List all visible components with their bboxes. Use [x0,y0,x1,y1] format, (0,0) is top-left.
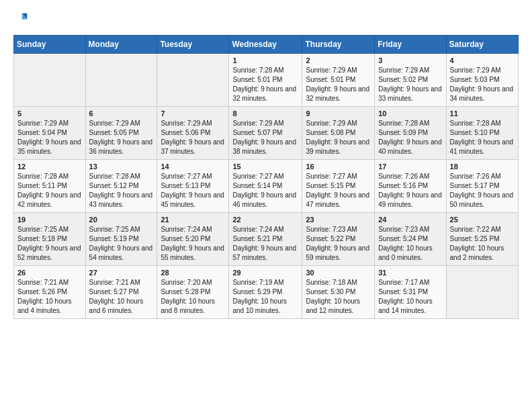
day-info: Sunrise: 7:29 AM Sunset: 5:05 PM Dayligh… [89,119,154,156]
calendar-cell: 31Sunrise: 7:17 AM Sunset: 5:31 PM Dayli… [375,266,446,319]
day-info: Sunrise: 7:28 AM Sunset: 5:10 PM Dayligh… [450,119,515,156]
day-number: 17 [378,163,442,171]
week-row-3: 12Sunrise: 7:28 AM Sunset: 5:11 PM Dayli… [14,160,519,213]
calendar-cell: 18Sunrise: 7:26 AM Sunset: 5:17 PM Dayli… [446,160,518,213]
calendar-cell [157,54,229,107]
calendar-cell: 25Sunrise: 7:22 AM Sunset: 5:25 PM Dayli… [446,213,518,266]
week-row-2: 5Sunrise: 7:29 AM Sunset: 5:04 PM Daylig… [14,107,519,160]
calendar-cell: 30Sunrise: 7:18 AM Sunset: 5:30 PM Dayli… [302,266,375,319]
day-info: Sunrise: 7:27 AM Sunset: 5:15 PM Dayligh… [306,172,371,210]
calendar-cell: 26Sunrise: 7:21 AM Sunset: 5:26 PM Dayli… [14,266,86,319]
calendar-cell: 14Sunrise: 7:27 AM Sunset: 5:13 PM Dayli… [157,160,229,213]
calendar-cell: 24Sunrise: 7:23 AM Sunset: 5:24 PM Dayli… [375,213,446,266]
header [13,11,519,28]
logo-icon [13,11,28,26]
week-row-1: 1Sunrise: 7:28 AM Sunset: 5:01 PM Daylig… [14,54,519,107]
header-day-monday: Monday [85,36,157,54]
calendar-cell: 1Sunrise: 7:28 AM Sunset: 5:01 PM Daylig… [229,54,302,107]
calendar-table: SundayMondayTuesdayWednesdayThursdayFrid… [13,35,519,319]
day-info: Sunrise: 7:21 AM Sunset: 5:26 PM Dayligh… [17,278,82,316]
day-number: 23 [306,216,371,224]
day-info: Sunrise: 7:25 AM Sunset: 5:19 PM Dayligh… [89,225,154,263]
day-number: 19 [17,216,82,224]
day-number: 9 [306,109,371,118]
calendar-cell: 23Sunrise: 7:23 AM Sunset: 5:22 PM Dayli… [302,213,375,266]
day-info: Sunrise: 7:29 AM Sunset: 5:02 PM Dayligh… [378,66,442,103]
day-number: 3 [378,56,442,64]
calendar-cell [14,54,86,107]
day-info: Sunrise: 7:29 AM Sunset: 5:03 PM Dayligh… [450,66,515,103]
day-number: 8 [232,109,298,118]
calendar-cell [446,266,518,319]
header-day-sunday: Sunday [14,36,86,54]
day-number: 2 [306,56,371,64]
header-day-wednesday: Wednesday [229,36,302,54]
day-number: 14 [161,163,225,171]
calendar-cell: 15Sunrise: 7:27 AM Sunset: 5:14 PM Dayli… [229,160,302,213]
day-info: Sunrise: 7:17 AM Sunset: 5:31 PM Dayligh… [378,278,442,316]
calendar-cell: 20Sunrise: 7:25 AM Sunset: 5:19 PM Dayli… [85,213,157,266]
day-number: 26 [17,269,82,277]
day-number: 29 [232,269,298,277]
day-number: 12 [17,163,82,171]
day-info: Sunrise: 7:24 AM Sunset: 5:21 PM Dayligh… [232,225,298,263]
day-number: 20 [89,216,154,224]
day-info: Sunrise: 7:28 AM Sunset: 5:01 PM Dayligh… [232,66,298,103]
day-info: Sunrise: 7:24 AM Sunset: 5:20 PM Dayligh… [161,225,225,263]
day-info: Sunrise: 7:20 AM Sunset: 5:28 PM Dayligh… [161,278,225,316]
calendar-cell: 4Sunrise: 7:29 AM Sunset: 5:03 PM Daylig… [446,54,518,107]
calendar-cell: 13Sunrise: 7:28 AM Sunset: 5:12 PM Dayli… [85,160,157,213]
calendar-body: 1Sunrise: 7:28 AM Sunset: 5:01 PM Daylig… [14,54,519,319]
day-number: 31 [378,269,442,277]
day-info: Sunrise: 7:21 AM Sunset: 5:27 PM Dayligh… [89,278,154,316]
day-number: 18 [450,163,515,171]
header-day-tuesday: Tuesday [157,36,229,54]
day-info: Sunrise: 7:29 AM Sunset: 5:04 PM Dayligh… [17,119,82,156]
day-info: Sunrise: 7:29 AM Sunset: 5:06 PM Dayligh… [161,119,225,156]
day-info: Sunrise: 7:28 AM Sunset: 5:11 PM Dayligh… [17,172,82,210]
calendar-cell: 12Sunrise: 7:28 AM Sunset: 5:11 PM Dayli… [14,160,86,213]
calendar-cell: 22Sunrise: 7:24 AM Sunset: 5:21 PM Dayli… [229,213,302,266]
header-day-friday: Friday [375,36,446,54]
day-number: 28 [161,269,225,277]
day-number: 6 [89,109,154,118]
day-info: Sunrise: 7:18 AM Sunset: 5:30 PM Dayligh… [306,278,371,316]
day-info: Sunrise: 7:29 AM Sunset: 5:08 PM Dayligh… [306,119,371,156]
day-info: Sunrise: 7:28 AM Sunset: 5:12 PM Dayligh… [89,172,154,210]
day-number: 30 [306,269,371,277]
day-number: 15 [232,163,298,171]
day-number: 5 [17,109,82,118]
header-row: SundayMondayTuesdayWednesdayThursdayFrid… [14,36,519,54]
day-number: 21 [161,216,225,224]
page: SundayMondayTuesdayWednesdayThursdayFrid… [0,0,532,330]
day-info: Sunrise: 7:22 AM Sunset: 5:25 PM Dayligh… [450,225,515,263]
calendar-cell: 3Sunrise: 7:29 AM Sunset: 5:02 PM Daylig… [375,54,446,107]
day-number: 10 [378,109,442,118]
day-number: 13 [89,163,154,171]
calendar-cell: 6Sunrise: 7:29 AM Sunset: 5:05 PM Daylig… [85,107,157,160]
calendar-cell: 17Sunrise: 7:26 AM Sunset: 5:16 PM Dayli… [375,160,446,213]
day-number: 1 [232,56,298,64]
header-day-thursday: Thursday [302,36,375,54]
calendar-cell: 28Sunrise: 7:20 AM Sunset: 5:28 PM Dayli… [157,266,229,319]
day-info: Sunrise: 7:27 AM Sunset: 5:14 PM Dayligh… [232,172,298,210]
day-number: 24 [378,216,442,224]
calendar-cell: 5Sunrise: 7:29 AM Sunset: 5:04 PM Daylig… [14,107,86,160]
day-number: 25 [450,216,515,224]
day-number: 27 [89,269,154,277]
calendar-cell: 19Sunrise: 7:25 AM Sunset: 5:18 PM Dayli… [14,213,86,266]
calendar-cell: 27Sunrise: 7:21 AM Sunset: 5:27 PM Dayli… [85,266,157,319]
logo [13,11,30,28]
day-number: 4 [450,56,515,64]
calendar-cell: 9Sunrise: 7:29 AM Sunset: 5:08 PM Daylig… [302,107,375,160]
calendar-cell: 11Sunrise: 7:28 AM Sunset: 5:10 PM Dayli… [446,107,518,160]
calendar-cell: 21Sunrise: 7:24 AM Sunset: 5:20 PM Dayli… [157,213,229,266]
day-number: 16 [306,163,371,171]
day-info: Sunrise: 7:28 AM Sunset: 5:09 PM Dayligh… [378,119,442,156]
calendar-cell: 16Sunrise: 7:27 AM Sunset: 5:15 PM Dayli… [302,160,375,213]
day-number: 7 [161,109,225,118]
day-info: Sunrise: 7:23 AM Sunset: 5:22 PM Dayligh… [306,225,371,263]
day-info: Sunrise: 7:19 AM Sunset: 5:29 PM Dayligh… [232,278,298,316]
calendar-cell: 29Sunrise: 7:19 AM Sunset: 5:29 PM Dayli… [229,266,302,319]
day-info: Sunrise: 7:25 AM Sunset: 5:18 PM Dayligh… [17,225,82,263]
